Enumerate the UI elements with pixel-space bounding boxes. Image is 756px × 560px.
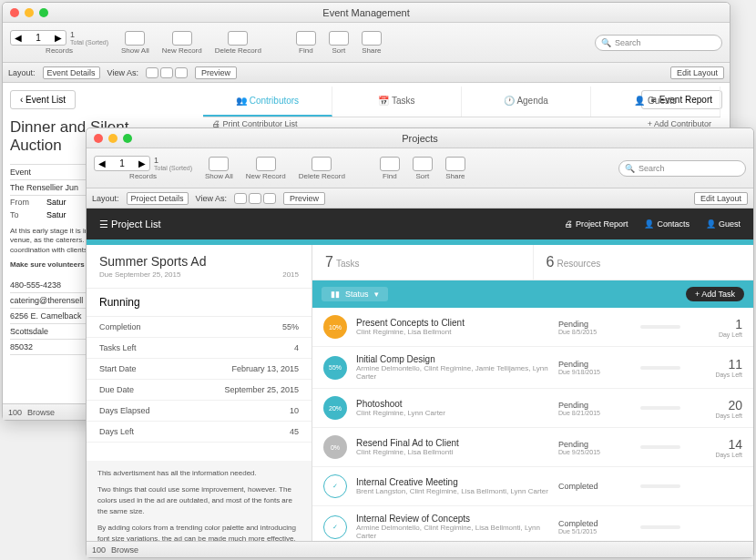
stat-key: Days Elapsed (99, 406, 150, 415)
status-filter[interactable]: ▮▮Status▾ (322, 287, 388, 301)
edit-layout-button[interactable]: Edit Layout (670, 66, 724, 79)
stat-val: 4 (294, 343, 299, 352)
record-sorted-label: Total (Sorted) (154, 165, 192, 171)
task-date: Due 8/21/2015 (558, 410, 631, 416)
progress-bar (640, 525, 680, 529)
guests-icon: 👤 (634, 96, 645, 106)
sort-button[interactable]: Sort (329, 31, 349, 55)
titlebar[interactable]: Projects (87, 128, 753, 148)
progress-bar (640, 406, 680, 410)
task-people: Armine Delmontello, Clint Regimine, Lisa… (356, 524, 549, 540)
titlebar[interactable]: Event Management (3, 3, 730, 23)
stat-val: 45 (290, 427, 299, 436)
chart-icon: ▮▮ (331, 290, 340, 299)
task-row[interactable]: 0%Resend Final Ad to ClientClint Regimin… (312, 428, 753, 467)
task-row[interactable]: 20%PhotoshootClint Regimine, Lynn Carter… (312, 389, 753, 428)
layout-select[interactable]: Event Details (43, 66, 100, 79)
close-icon[interactable] (94, 134, 103, 143)
sort-button[interactable]: Sort (413, 157, 433, 180)
status-count: 100 (8, 408, 22, 417)
newrecord-button[interactable]: New Record (246, 157, 286, 180)
search-input[interactable]: 🔍Search (595, 35, 722, 51)
progress-badge: 20% (323, 396, 347, 420)
tab-guests[interactable]: 👤 Guests (591, 87, 720, 117)
guest-button[interactable]: 👤Guest (706, 219, 741, 229)
view-form-icon[interactable] (146, 67, 158, 78)
tasks-count[interactable]: 7Tasks (312, 245, 534, 280)
record-total: 1 (70, 30, 75, 39)
minimize-icon[interactable] (108, 134, 117, 143)
from-label: From (10, 198, 37, 207)
search-input[interactable]: 🔍Search (618, 160, 746, 177)
showall-button[interactable]: Show All (121, 31, 149, 55)
status-bar: 100 Browse (87, 541, 753, 557)
task-name: Resend Final Ad to Client (356, 438, 549, 448)
project-list-title[interactable]: Project List (111, 219, 160, 229)
record-sorted-label: Total (Sorted) (70, 39, 108, 46)
view-table-icon[interactable] (175, 67, 188, 78)
stat-row: Due DateSeptember 25, 2015 (87, 380, 312, 401)
days-count: 14 (693, 437, 742, 452)
edit-layout-button[interactable]: Edit Layout (694, 192, 748, 205)
close-icon[interactable] (10, 8, 19, 17)
chevron-down-icon: ▾ (374, 290, 379, 299)
find-button[interactable]: Find (296, 31, 316, 55)
progress-badge: 10% (323, 315, 347, 339)
view-list-icon[interactable] (249, 193, 261, 204)
task-people: Armine Delmontello, Clint Regimine, Jami… (356, 364, 549, 381)
calendar-icon: 📅 (378, 96, 389, 106)
records-group: ◀1▶ 1Total (Sorted) Records (10, 30, 108, 55)
deleterecord-button[interactable]: Delete Record (215, 31, 261, 55)
task-row[interactable]: 55%Initial Comp DesignArmine Delmontello… (312, 347, 753, 389)
task-status: Completed (558, 519, 631, 528)
back-button[interactable]: ‹ Event List (10, 90, 76, 109)
resources-count[interactable]: 6Resources (534, 245, 754, 280)
from-value: Satur (46, 198, 66, 207)
tab-agenda[interactable]: 🕐 Agenda (462, 87, 591, 117)
project-report-button[interactable]: 🖨Project Report (565, 219, 628, 229)
stat-key: Completion (99, 322, 141, 331)
guest-icon: 👤 (706, 219, 716, 229)
record-nav[interactable]: ◀1▶ (10, 30, 66, 46)
progress-bar (640, 366, 680, 370)
preview-button[interactable]: Preview (195, 66, 237, 79)
project-header-bar: ☰ Project List 🖨Project Report 👤Contacts… (87, 209, 753, 239)
stat-row: Start DateFebruary 13, 2015 (87, 359, 312, 380)
layout-select[interactable]: Project Details (127, 192, 189, 205)
task-row[interactable]: ✓Internal Creative MeetingBrent Langston… (312, 467, 753, 506)
records-label: Records (46, 46, 73, 55)
record-nav[interactable]: ◀1▶ (94, 156, 150, 171)
records-label: Records (129, 172, 157, 180)
share-button[interactable]: Share (362, 31, 382, 55)
view-form-icon[interactable] (234, 193, 247, 204)
viewas-label: View As: (107, 68, 138, 77)
find-button[interactable]: Find (380, 157, 400, 180)
minimize-icon[interactable] (25, 8, 34, 17)
to-label: To (10, 210, 37, 219)
contacts-button[interactable]: 👤Contacts (644, 219, 690, 229)
task-date: Due 8/5/2015 (558, 329, 631, 335)
zoom-icon[interactable] (39, 8, 48, 17)
deleterecord-button[interactable]: Delete Record (299, 157, 345, 180)
add-task-button[interactable]: + Add Task (686, 287, 744, 301)
share-button[interactable]: Share (445, 157, 465, 180)
stat-val: 55% (282, 322, 299, 331)
project-sidebar: Summer Sports Ad Due September 25, 20152… (87, 245, 312, 557)
tab-contributors[interactable]: 👥 Contributors (203, 87, 332, 117)
view-table-icon[interactable] (263, 193, 276, 204)
task-row[interactable]: 10%Present Concepts to ClientClint Regim… (312, 308, 753, 347)
clock-icon: 🕐 (504, 96, 515, 106)
showall-button[interactable]: Show All (205, 157, 233, 180)
preview-button[interactable]: Preview (283, 192, 325, 205)
stat-row: Days Elapsed10 (87, 401, 312, 422)
window-title: Projects (402, 133, 438, 144)
zoom-icon[interactable] (123, 134, 132, 143)
stat-val: 10 (290, 406, 299, 415)
task-date: Due 5/1/2015 (558, 528, 631, 535)
newrecord-button[interactable]: New Record (162, 31, 202, 55)
toolbar: ◀1▶ 1Total (Sorted) Records Show All New… (87, 148, 753, 188)
task-status: Pending (558, 360, 631, 369)
task-date: Due 9/25/2015 (558, 449, 631, 455)
tab-tasks[interactable]: 📅 Tasks (332, 87, 462, 117)
view-list-icon[interactable] (160, 67, 173, 78)
